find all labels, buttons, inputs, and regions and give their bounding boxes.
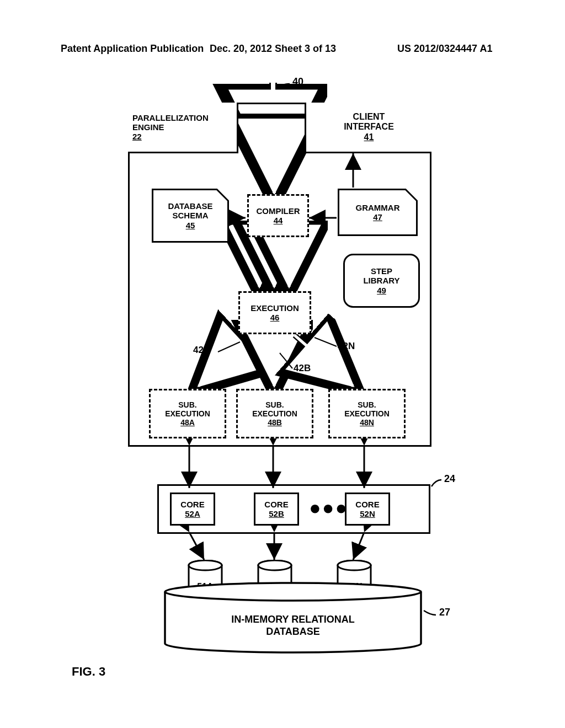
core-a-label: CORE	[180, 500, 204, 509]
svg-point-12	[258, 560, 291, 570]
client-interface-l2: INTERFACE	[344, 122, 394, 132]
core-a: CORE 52A	[170, 493, 215, 526]
ref-42b: 42B	[294, 363, 311, 374]
client-interface-box: CLIENT INTERFACE 41	[305, 103, 431, 153]
core-n-label: CORE	[355, 500, 379, 509]
compiler-l1: COMPILER	[256, 206, 300, 216]
compiler-box: COMPILER 44	[247, 194, 309, 237]
execution-l1: EXECUTION	[250, 303, 299, 313]
compiler-ref: 44	[274, 216, 283, 225]
steplib-ref: 49	[377, 286, 386, 295]
svg-point-10	[189, 560, 222, 570]
core-a-ref: 52A	[185, 509, 200, 518]
grammar-l1: GRAMMAR	[356, 203, 400, 212]
ref-42a: 42A	[193, 345, 210, 356]
grammar-ref: 47	[356, 212, 400, 222]
sub-exec-n-l1: SUB.	[358, 400, 376, 409]
grammar-doc: GRAMMAR 47	[338, 189, 418, 236]
schema-l1: DATABASE	[168, 201, 212, 211]
header-left: Patent Application Publication	[61, 43, 204, 55]
database-schema-doc: DATABASE SCHEMA 45	[152, 189, 229, 243]
sub-exec-a-l2: EXECUTION	[165, 409, 210, 418]
step-library-box: STEP LIBRARY 49	[343, 254, 420, 308]
db-l1: IN-MEMORY RELATIONAL	[163, 614, 423, 626]
client-interface-ref: 41	[364, 132, 374, 142]
figure-label: FIG. 3	[72, 665, 105, 679]
steplib-l1: STEP	[371, 266, 392, 276]
in-memory-db-cylinder: IN-MEMORY RELATIONAL DATABASE	[163, 582, 423, 654]
core-b-label: CORE	[264, 500, 288, 509]
engine-title-l1: PARALLELIZATION	[132, 113, 209, 122]
sub-exec-a-l1: SUB.	[178, 400, 196, 409]
header-mid: Dec. 20, 2012 Sheet 3 of 13	[210, 43, 336, 55]
execution-box: EXECUTION 46	[238, 291, 311, 334]
ref-42n: 42N	[338, 341, 355, 352]
header-right: US 2012/0324447 A1	[397, 43, 492, 55]
sub-exec-n-ref: 48N	[360, 418, 374, 427]
core-n: CORE 52N	[345, 493, 390, 526]
steplib-l2: LIBRARY	[363, 276, 399, 285]
sub-exec-n-l2: EXECUTION	[344, 409, 390, 418]
engine-ref: 22	[132, 132, 142, 141]
sub-exec-a-ref: 48A	[180, 418, 195, 427]
svg-point-14	[338, 560, 371, 570]
sub-exec-b-ref: 48B	[268, 418, 282, 427]
page: Patent Application Publication Dec. 20, …	[0, 0, 565, 728]
ref-27: 27	[439, 607, 450, 618]
sub-exec-b: SUB. EXECUTION 48B	[236, 389, 313, 438]
engine-title-l2: ENGINE	[132, 122, 164, 132]
engine-title: PARALLELIZATION ENGINE 22	[128, 103, 238, 153]
schema-l2: SCHEMA	[168, 211, 212, 220]
ref-40: 40	[292, 76, 303, 88]
cores-ellipsis: ●●●	[309, 496, 348, 520]
svg-point-15	[165, 583, 421, 601]
client-interface-l1: CLIENT	[353, 112, 385, 122]
sub-exec-b-l2: EXECUTION	[252, 409, 297, 418]
schema-ref: 45	[168, 221, 212, 230]
core-n-ref: 52N	[360, 509, 375, 518]
sub-exec-a: SUB. EXECUTION 48A	[149, 389, 226, 438]
sub-exec-n: SUB. EXECUTION 48N	[328, 389, 406, 438]
sub-exec-b-l1: SUB.	[265, 400, 284, 409]
execution-ref: 46	[270, 313, 280, 322]
svg-line-8	[353, 532, 364, 560]
core-b: CORE 52B	[254, 493, 299, 526]
db-l2: DATABASE	[163, 626, 423, 638]
core-b-ref: 52B	[269, 509, 284, 518]
svg-line-6	[189, 532, 204, 560]
ref-24: 24	[444, 473, 455, 485]
